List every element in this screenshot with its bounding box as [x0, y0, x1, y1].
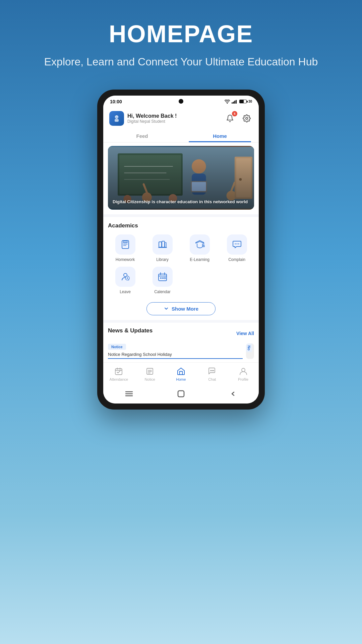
wifi-icon	[225, 100, 230, 104]
elearning-label: E-Learning	[190, 257, 209, 262]
tab-home[interactable]: Home	[181, 129, 259, 142]
phone-frame: 10:00	[97, 90, 265, 410]
svg-point-63	[212, 370, 213, 371]
page-title: HOMEPAGE	[44, 20, 318, 48]
svg-rect-38	[162, 241, 165, 247]
academic-item-complain[interactable]: Complain	[220, 234, 254, 262]
elearning-icon	[194, 239, 205, 250]
news-section: News & Updates View All Notice Notice Re…	[103, 323, 259, 362]
profile-nav-label: Profile	[238, 377, 248, 381]
academic-item-calendar[interactable]: Calendar	[145, 267, 180, 294]
notification-badge: 5	[232, 111, 237, 116]
chat-nav-icon	[207, 367, 217, 376]
leave-label: Leave	[120, 289, 131, 294]
app-logo-area: Hi, Welcome Back ! Digital Nepal Student	[109, 111, 177, 126]
settings-icon	[243, 114, 251, 122]
nav-item-attendance[interactable]: Attendance	[103, 365, 134, 383]
hamburger-icon	[125, 391, 133, 397]
news-card-0[interactable]: Notice Notice Regarding School Holiday	[108, 343, 243, 359]
academic-item-elearning[interactable]: E-Learning	[182, 234, 217, 262]
complain-icon	[232, 239, 242, 250]
tabs: Feed Home	[103, 129, 259, 143]
news-items-row: Notice Notice Regarding School Holiday N…	[108, 343, 254, 359]
home-nav-icon	[176, 367, 186, 376]
status-icons: 30	[225, 100, 252, 104]
app-greeting: Hi, Welcome Back ! Digital Nepal Student	[127, 113, 177, 124]
banner-caption: Digital Citizenship is character educati…	[113, 199, 249, 205]
svg-point-62	[210, 370, 211, 371]
tab-feed[interactable]: Feed	[103, 129, 181, 142]
homework-icon	[120, 239, 131, 250]
android-nav	[103, 385, 259, 404]
svg-rect-39	[165, 243, 166, 247]
show-more-button[interactable]: Show More	[146, 302, 216, 315]
bottom-nav: Attendance Notice	[103, 362, 259, 385]
news-title: News & Updates	[108, 327, 153, 334]
svg-point-43	[235, 243, 236, 244]
profile-nav-icon	[239, 367, 248, 376]
attendance-nav-label: Attendance	[110, 377, 128, 381]
nav-item-home[interactable]: Home	[166, 365, 197, 383]
complain-label: Complain	[228, 257, 245, 262]
greeting-username: Digital Nepal Student	[127, 119, 177, 124]
svg-rect-6	[115, 119, 119, 122]
settings-button[interactable]	[241, 112, 253, 124]
svg-rect-8	[115, 116, 118, 117]
complain-icon-bg	[227, 234, 247, 255]
nav-item-chat[interactable]: Chat	[196, 365, 228, 383]
leave-icon-bg	[115, 267, 135, 287]
status-bar: 10:00	[103, 96, 259, 106]
svg-rect-69	[178, 391, 184, 397]
battery-icon	[239, 100, 247, 103]
svg-point-44	[236, 243, 237, 244]
phone-screen: 10:00	[103, 96, 259, 404]
page-subtitle: Explore, Learn and Connect Your Ultimate…	[44, 54, 318, 69]
academic-item-homework[interactable]: Homework	[108, 234, 142, 262]
academic-item-library[interactable]: Library	[145, 234, 180, 262]
nav-item-profile[interactable]: Profile	[228, 365, 259, 383]
news-tag-0: Notice	[108, 344, 126, 350]
calendar-label: Calendar	[154, 289, 171, 294]
homework-label: Homework	[116, 257, 135, 262]
homework-icon-bg	[115, 234, 135, 255]
library-icon	[157, 239, 168, 250]
app-header: Hi, Welcome Back ! Digital Nepal Student…	[103, 106, 259, 129]
home-nav-label: Home	[176, 377, 186, 381]
news-card-partial: No	[246, 343, 254, 359]
notice-nav-label: Notice	[145, 377, 155, 381]
android-menu-button[interactable]	[124, 389, 134, 399]
notice-nav-icon	[145, 367, 155, 376]
elearning-icon-bg	[190, 234, 210, 255]
signal-icon	[232, 100, 238, 104]
svg-rect-32	[122, 240, 129, 249]
android-back-button[interactable]	[228, 389, 238, 399]
svg-rect-37	[159, 242, 162, 247]
svg-point-65	[242, 368, 245, 372]
svg-rect-36	[123, 241, 127, 243]
svg-rect-1	[233, 102, 234, 104]
android-home-button[interactable]	[176, 389, 186, 399]
svg-rect-54	[164, 277, 166, 279]
svg-rect-3	[236, 100, 237, 104]
notification-bell-wrapper[interactable]: 5	[224, 112, 236, 124]
battery-level: 30	[248, 100, 252, 103]
academic-item-leave[interactable]: Leave	[108, 267, 142, 294]
academics-grid: Homework Library	[108, 234, 254, 294]
calendar-icon-bg	[153, 267, 173, 287]
svg-rect-55	[115, 369, 122, 375]
academics-section: Academics Homework	[103, 217, 259, 298]
banner-card[interactable]: Digital Citizenship is character educati…	[108, 146, 254, 210]
svg-rect-0	[232, 102, 233, 104]
svg-point-9	[246, 117, 248, 119]
nav-item-notice[interactable]: Notice	[134, 365, 166, 383]
svg-rect-52	[160, 277, 162, 279]
front-camera	[179, 99, 183, 104]
news-tag-partial: No	[246, 343, 252, 353]
greeting-title: Hi, Welcome Back !	[127, 113, 177, 119]
status-time: 10:00	[110, 99, 122, 104]
leave-icon	[120, 271, 131, 282]
banner-container: Digital Citizenship is character educati…	[108, 146, 254, 210]
svg-point-42	[203, 246, 204, 247]
show-more-label: Show More	[172, 306, 198, 312]
view-all-link[interactable]: View All	[236, 331, 254, 336]
